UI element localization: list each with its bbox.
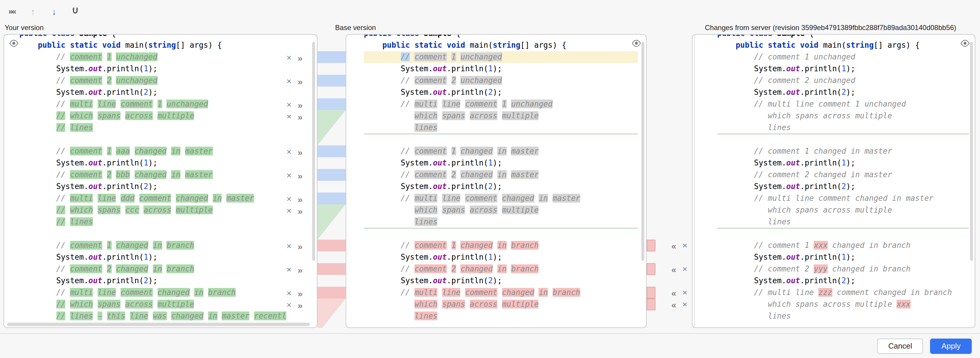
apply-button[interactable]: Apply	[930, 338, 972, 353]
code-line: // comment 2 bbb changed in master	[19, 169, 286, 181]
cancel-button[interactable]: Cancel	[877, 338, 923, 353]
code-line: // comment 1 aaa changed in master	[19, 145, 286, 157]
code-line: // comment 1 unchanged	[717, 51, 969, 63]
code-line: System.out.println(2);	[364, 181, 638, 193]
code-line	[364, 134, 638, 145]
accept-change-button[interactable]: «	[671, 288, 676, 297]
next-change-button[interactable]: ↓	[47, 5, 61, 18]
ignore-change-button[interactable]: ✕	[286, 172, 291, 179]
code-line: lines	[717, 122, 969, 134]
accept-change-button[interactable]: »	[298, 289, 302, 298]
change-marker-blue	[317, 193, 346, 204]
code-line: // comment 1 changed in master	[364, 145, 638, 157]
code-line: // multi line comment changed in master	[717, 193, 969, 204]
arrow-down-icon: ↓	[52, 6, 56, 16]
right-change-actions: «✕«✕«✕«✕	[671, 34, 692, 328]
accept-change-button[interactable]: «	[671, 265, 676, 273]
accept-change-button[interactable]: »	[298, 195, 302, 203]
eye-icon[interactable]	[960, 38, 970, 48]
eye-icon[interactable]	[9, 38, 19, 48]
code-line: System.out.println(2);	[19, 275, 286, 287]
change-action-pair: ✕»	[286, 111, 302, 123]
code-line: lines	[364, 122, 638, 134]
code-line: // comment 1 unchanged	[364, 51, 638, 63]
change-action-pair: ✕»	[286, 169, 302, 181]
right-merge-gutter: «✕«✕«✕«✕	[647, 34, 692, 328]
code-line: // comment 1 unchanged	[19, 51, 286, 63]
ignore-change-button[interactable]: ✕	[682, 242, 687, 249]
code-line: // comment 1 changed in branch	[19, 240, 286, 251]
accept-change-button[interactable]: »	[298, 112, 302, 121]
ignore-change-button[interactable]: ✕	[682, 289, 687, 296]
ignore-change-button[interactable]: ✕	[286, 208, 291, 214]
change-marker-red	[317, 240, 346, 251]
accept-change-button[interactable]: »	[298, 265, 302, 274]
code-area-your-version: public class Sample { public static void…	[19, 34, 286, 322]
code-line: public class Sample {	[19, 34, 286, 40]
left-merge-gutter	[317, 34, 346, 328]
editor-server-changes[interactable]: public class Sample { public static void…	[692, 34, 975, 328]
ignore-change-button[interactable]: ✕	[286, 78, 291, 85]
ignore-change-button[interactable]: ✕	[286, 196, 291, 202]
change-marker-redEdge	[647, 263, 655, 275]
code-line	[717, 134, 969, 145]
ignore-change-button[interactable]: ✕	[286, 102, 291, 108]
change-marker-ptri	[317, 299, 346, 328]
code-line: System.out.println(2);	[717, 181, 969, 193]
code-line: // lines — this line was changed in mast…	[19, 310, 286, 322]
ignore-change-button[interactable]: ✕	[682, 301, 687, 308]
code-line: public class Sample {	[364, 34, 638, 40]
ignore-change-button[interactable]: ✕	[286, 267, 291, 273]
change-action-pair: ✕»	[286, 146, 302, 158]
ignore-change-button[interactable]: ✕	[286, 54, 291, 61]
accept-change-button[interactable]: »	[298, 53, 302, 62]
magic-resolve-button[interactable]	[68, 5, 82, 18]
code-line: which spans across multiple	[364, 299, 638, 310]
code-line	[19, 134, 286, 145]
ignore-change-button[interactable]: ✕	[682, 266, 687, 272]
code-area-base-version: public class Sample { public static void…	[364, 34, 638, 322]
code-line: lines	[364, 216, 638, 228]
code-line: System.out.println(2);	[717, 86, 969, 98]
accept-change-button[interactable]: »	[298, 300, 302, 309]
code-line: public class Sample {	[717, 34, 969, 40]
editor-base-version[interactable]: public class Sample { public static void…	[346, 34, 647, 328]
code-line: which spans across multiple	[717, 204, 969, 216]
accept-change-button[interactable]: »	[298, 147, 302, 156]
code-line: // multi line ddd comment changed in mas…	[19, 193, 286, 204]
code-line: lines	[717, 310, 969, 322]
accept-change-button[interactable]: «	[671, 300, 676, 309]
vertical-scrollbar[interactable]	[641, 42, 644, 261]
code-line: // comment 2 changed in branch	[19, 263, 286, 275]
accept-change-button[interactable]: »	[298, 171, 302, 180]
change-action-pair: ✕»	[286, 99, 302, 111]
editor-your-version[interactable]: public class Sample { public static void…	[3, 34, 317, 328]
previous-change-button[interactable]: ↑	[26, 5, 40, 18]
change-marker-blue	[317, 51, 346, 63]
accept-change-button[interactable]: »	[298, 206, 302, 215]
accept-change-button[interactable]: »	[298, 242, 302, 251]
vertical-scrollbar[interactable]	[312, 42, 315, 261]
apply-all-nonconflicting-button[interactable]: »«	[5, 5, 19, 18]
change-action-pair: ✕»	[286, 52, 302, 64]
eye-icon[interactable]	[632, 38, 641, 48]
ignore-change-button[interactable]: ✕	[286, 302, 291, 308]
code-line: System.out.println(2);	[364, 86, 638, 98]
code-line: // multi line comment changed in branch	[364, 287, 638, 299]
horizontal-scrollbar[interactable]	[7, 323, 310, 326]
code-line: System.out.println(2);	[364, 275, 638, 287]
ignore-change-button[interactable]: ✕	[286, 113, 291, 120]
accept-change-button[interactable]: «	[671, 241, 676, 250]
accept-change-button[interactable]: »	[298, 101, 302, 109]
code-line: System.out.println(1);	[19, 63, 286, 75]
ignore-change-button[interactable]: ✕	[286, 149, 291, 155]
code-line: System.out.println(1);	[717, 157, 969, 169]
code-line: which spans across multiple	[364, 204, 638, 216]
code-line: System.out.println(1);	[364, 63, 638, 75]
accept-change-button[interactable]: »	[298, 77, 302, 86]
vertical-scrollbar[interactable]	[970, 42, 973, 261]
ignore-change-button[interactable]: ✕	[286, 290, 291, 296]
code-line: System.out.println(1);	[364, 251, 638, 263]
change-marker-gtri	[317, 204, 346, 240]
ignore-change-button[interactable]: ✕	[286, 243, 291, 249]
